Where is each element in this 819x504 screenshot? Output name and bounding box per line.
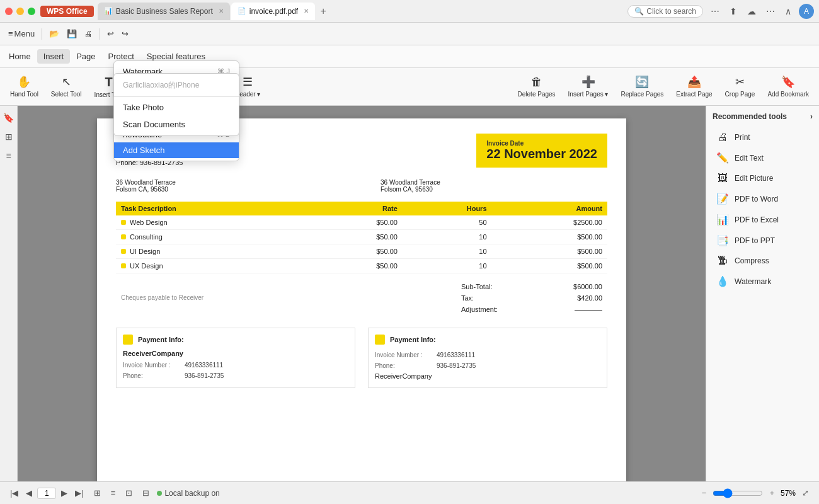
close-button[interactable]: [5, 8, 13, 15]
tab-spreadsheet[interactable]: 📊 Basic Business Sales Report ✕: [98, 3, 230, 20]
fit-page-button[interactable]: ⊡: [123, 487, 135, 499]
undo-button[interactable]: ↩: [104, 27, 117, 40]
wps-office-button[interactable]: WPS Office: [40, 6, 94, 17]
compress-rec-label: Compress: [735, 256, 769, 265]
backup-status: Local backup on: [157, 489, 219, 498]
take-photo-item[interactable]: Take Photo: [114, 99, 239, 116]
share-button[interactable]: ⬆: [727, 5, 740, 18]
add-tab-button[interactable]: +: [316, 4, 330, 18]
rec-tool-watermark[interactable]: 💧 Watermark: [713, 271, 813, 292]
zoom-out-button[interactable]: −: [699, 487, 709, 499]
tab-pdf-close[interactable]: ✕: [304, 8, 309, 14]
row-3-task: UI Design: [116, 244, 310, 258]
menu-button[interactable]: ≡ Menu: [5, 27, 38, 40]
scan-documents-item[interactable]: Scan Documents: [114, 116, 239, 133]
pdf-tab-icon: 📄: [238, 7, 246, 15]
page-number-input[interactable]: [37, 488, 56, 499]
row-2-task: Consulting: [116, 229, 310, 244]
row-4-amount: $500.00: [492, 258, 607, 273]
replace-pages-icon: 🔄: [635, 75, 649, 89]
crop-page-button[interactable]: ✂ Crop Page: [720, 71, 760, 103]
col-amount: Amount: [492, 202, 607, 215]
adjustment-row: Adjustment: ————: [456, 304, 607, 315]
payment-label-1: Payment Info:: [138, 336, 184, 343]
row-1-rate: $50.00: [310, 215, 403, 230]
fit-width-button[interactable]: ⊟: [140, 487, 152, 499]
zoom-slider[interactable]: [713, 488, 763, 498]
hand-icon: ✋: [17, 75, 31, 89]
minimize-button[interactable]: [16, 8, 24, 15]
left-sidebar: 🔖 ⊞ ≡: [0, 106, 18, 481]
pdf-to-word-rec-icon: 📝: [716, 193, 730, 205]
more-options-button[interactable]: ⋯: [708, 5, 722, 18]
adjustment-value: ————: [575, 306, 602, 313]
payment-invoice-row-1: Invoice Number : 49163336111: [123, 360, 348, 370]
replace-pages-button[interactable]: 🔄 Replace Pages: [616, 71, 669, 103]
delete-pages-button[interactable]: 🗑 Delete Pages: [513, 71, 561, 103]
avatar[interactable]: A: [799, 4, 814, 19]
pdf-to-ppt-rec-label: PDF to PPT: [735, 236, 775, 245]
expand-icon[interactable]: ›: [810, 112, 813, 121]
recommended-tools-title: Recommended tools ›: [713, 112, 813, 121]
iphone-device-label: Garlicliaoxiao的iPhone: [114, 76, 239, 94]
zoom-in-button[interactable]: +: [767, 487, 777, 499]
row-2-hours: 10: [403, 229, 492, 244]
tab-pdf[interactable]: 📄 invoice.pdf.pdf ✕: [231, 3, 315, 20]
payment-dot-2: [375, 335, 385, 345]
rec-tool-pdf-to-word[interactable]: 📝 PDF to Word: [713, 188, 813, 209]
undo-icon: ↩: [107, 29, 114, 38]
tab-spreadsheet-close[interactable]: ✕: [219, 8, 224, 14]
maximize-button[interactable]: [28, 8, 35, 15]
prev-page-button[interactable]: ◀: [23, 487, 35, 499]
subtotal-row: Sub-Total: $6000.00: [456, 281, 607, 292]
sidebar-thumbnail-icon[interactable]: ⊞: [2, 130, 16, 144]
save-icon: 💾: [67, 29, 77, 38]
open-button[interactable]: 📂: [46, 27, 62, 40]
next-page-button[interactable]: ▶: [59, 487, 70, 499]
page-layout-button[interactable]: ⊞: [91, 487, 103, 499]
add-bookmark-button[interactable]: 🔖 Add Bookmark: [762, 71, 814, 103]
delete-pages-icon: 🗑: [531, 76, 542, 89]
edit-text-rec-icon: ✏️: [716, 152, 730, 164]
rec-tool-compress[interactable]: 🗜 Compress: [713, 251, 813, 271]
hand-tool-button[interactable]: ✋ Hand Tool: [5, 71, 43, 103]
col-hours: Hours: [403, 202, 492, 215]
print-toolbar-button[interactable]: 🖨: [81, 27, 96, 40]
row-1-task: Web Design: [116, 215, 310, 230]
rec-tool-pdf-to-ppt[interactable]: 📑 PDF to PPT: [713, 230, 813, 251]
insert-pages-button[interactable]: ➕ Insert Pages ▾: [563, 71, 614, 103]
save-button[interactable]: 💾: [64, 27, 80, 40]
redo-button[interactable]: ↪: [118, 27, 132, 40]
fit-screen-button[interactable]: ⤢: [799, 487, 811, 499]
address-2: 36 Woodland Terrace Folsom CA, 95630: [381, 179, 607, 193]
extract-page-button[interactable]: 📤 Extract Page: [671, 71, 717, 103]
menu-icon: ≡: [8, 29, 13, 38]
last-page-button[interactable]: ▶|: [72, 487, 86, 499]
sidebar-bookmark-icon[interactable]: 🔖: [2, 111, 16, 125]
edit-text-rec-label: Edit Text: [735, 154, 764, 163]
traffic-lights: [5, 8, 35, 15]
sidebar-layers-icon[interactable]: ≡: [2, 149, 16, 163]
rec-tool-edit-text[interactable]: ✏️ Edit Text: [713, 147, 813, 168]
rec-tool-pdf-to-excel[interactable]: 📊 PDF to Excel: [713, 209, 813, 230]
payment-invoice-value-1: 49163336111: [185, 360, 223, 370]
more-button[interactable]: ⋯: [764, 5, 777, 18]
rec-tool-print[interactable]: 🖨 Print: [713, 127, 813, 147]
menu-page[interactable]: Page: [70, 49, 101, 64]
row-2-rate: $50.00: [310, 229, 403, 244]
invoice-date-label: Invoice Date: [486, 140, 597, 147]
search-bar[interactable]: 🔍 Click to search: [627, 5, 703, 18]
collapse-button[interactable]: ∧: [782, 5, 794, 18]
rec-tool-edit-picture[interactable]: 🖼 Edit Picture: [713, 168, 813, 188]
cloud-button[interactable]: ☁: [745, 5, 759, 18]
backup-status-label: Local backup on: [164, 489, 219, 498]
payment-dot-1: [123, 335, 133, 345]
select-tool-button[interactable]: ↖ Select Tool: [46, 71, 87, 103]
addresses-section: 36 Woodland Terrace Folsom CA, 95630 36 …: [116, 179, 607, 193]
scroll-mode-button[interactable]: ≡: [108, 487, 118, 499]
menu-home[interactable]: Home: [3, 49, 37, 64]
add-sketch-menu-item[interactable]: Add Sketch: [114, 142, 239, 158]
menu-insert[interactable]: Insert: [37, 49, 71, 64]
first-page-button[interactable]: |◀: [8, 487, 21, 499]
table-row: Consulting $50.00 10 $500.00: [116, 229, 607, 244]
